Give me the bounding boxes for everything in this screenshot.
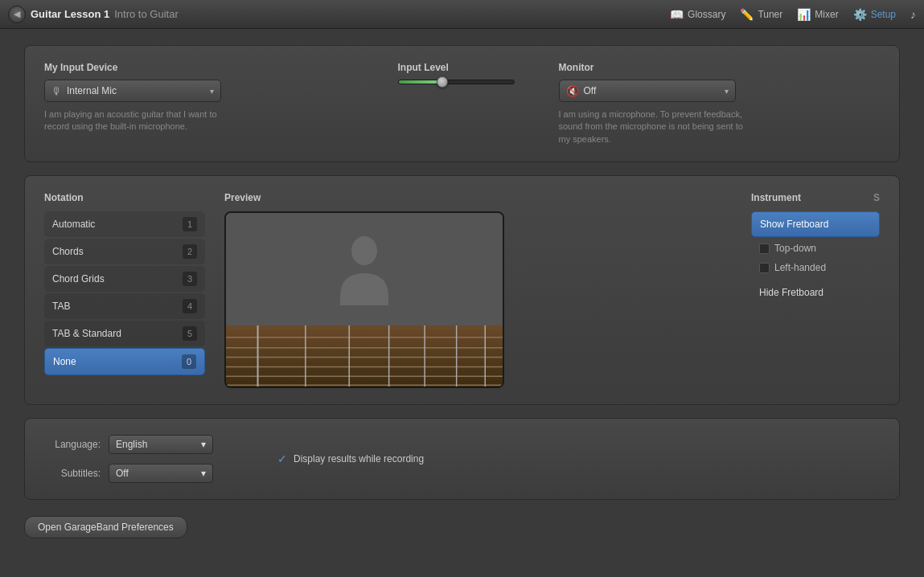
fretboard-svg [226,325,503,388]
topbar-left: ◀ Guitar Lesson 1 Intro to Guitar [8,6,670,23]
top-down-checkbox[interactable] [759,243,770,254]
hide-fretboard-button[interactable]: Hide Fretboard [751,280,880,305]
instrument-header: Instrument S [751,192,880,203]
recording-label: Display results while recording [294,453,424,464]
notation-chord-grids[interactable]: Chord Grids 3 [44,266,205,292]
bottom-settings-card: Language: English ▾ Subtitles: Off ▾ ✓ D… [24,418,900,500]
notation-automatic[interactable]: Automatic 1 [44,211,205,237]
language-row: Language: English ▾ [44,435,213,454]
input-device-desc: I am playing an acoustic guitar that I w… [44,108,221,133]
svg-point-0 [351,236,377,265]
input-device-label: My Input Device [44,62,366,73]
subtitles-value: Off [116,468,129,479]
monitor-section: Monitor 🔇 Off ▾ I am using a microphone.… [559,62,881,145]
instrument-shortcut: S [873,192,880,203]
notation-automatic-badge: 1 [183,217,197,231]
monitor-desc: I am using a microphone. To prevent feed… [559,108,752,145]
book-icon: 📖 [670,8,684,21]
notation-none[interactable]: None 0 [44,348,205,375]
hide-fretboard-label: Hide Fretboard [759,287,823,298]
nav-setup-label: Setup [871,9,896,20]
preview-top [226,213,503,325]
back-button[interactable]: ◀ [8,6,26,23]
notation-tab[interactable]: TAB 4 [44,293,205,319]
notation-list: Automatic 1 Chords 2 Chord Grids 3 TAB 4… [44,211,205,375]
slider-fill [399,80,439,84]
input-level-slider[interactable] [398,80,515,84]
subtitles-row: Subtitles: Off ▾ [44,464,213,483]
notation-chord-grids-badge: 3 [183,272,197,286]
preview-column: Preview [224,192,732,388]
nav-music[interactable]: ♪ [910,8,916,21]
notation-card: Notation Automatic 1 Chords 2 Chord Grid… [24,175,900,405]
mic-icon: 🎙 [51,85,62,97]
monitor-label: Monitor [559,62,881,73]
subtitles-select[interactable]: Off ▾ [109,464,213,483]
instrument-column: Instrument S Show Fretboard Top-down Lef… [751,192,880,388]
checkmark-icon: ✓ [277,452,287,465]
speaker-icon: 🔇 [566,85,579,97]
notation-automatic-label: Automatic [52,219,95,230]
open-garageband-prefs-button[interactable]: Open GarageBand Preferences [24,516,187,538]
language-label: Language: [44,439,101,450]
input-device-arrow: ▾ [210,87,214,96]
subtitles-label: Subtitles: [44,468,101,479]
topbar-nav: 📖 Glossary ✏️ Tuner 📊 Mixer ⚙️ Setup ♪ [670,8,916,21]
instrument-header-label: Instrument [751,192,801,203]
notation-chords[interactable]: Chords 2 [44,239,205,264]
input-level-section: Input Level [398,62,527,84]
main-content: My Input Device 🎙 Internal Mic ▾ I am pl… [0,29,924,554]
subtitles-arrow: ▾ [201,468,206,479]
nav-mixer-label: Mixer [815,9,838,20]
monitor-select[interactable]: 🔇 Off ▾ [559,80,736,102]
notation-none-badge: 0 [182,354,196,369]
language-select[interactable]: English ▾ [109,435,213,454]
notation-header: Notation [44,192,205,203]
gear-icon: ⚙️ [853,8,867,21]
input-row: My Input Device 🎙 Internal Mic ▾ I am pl… [44,62,880,145]
left-handed-checkbox[interactable] [759,263,770,273]
nav-tuner-label: Tuner [758,9,782,20]
notation-tab-label: TAB [52,301,70,312]
monitor-arrow: ▾ [725,87,729,96]
input-device-section: My Input Device 🎙 Internal Mic ▾ I am pl… [44,62,366,133]
tuner-icon: ✏️ [740,8,754,21]
preview-fretboard [226,325,503,388]
input-device-select[interactable]: 🎙 Internal Mic ▾ [44,80,221,102]
mixer-icon: 📊 [797,8,811,21]
notation-chords-label: Chords [52,246,84,257]
input-level-label: Input Level [398,62,527,73]
notation-chord-grids-label: Chord Grids [52,273,105,284]
lesson-title: Guitar Lesson 1 [31,8,109,20]
nav-setup[interactable]: ⚙️ Setup [853,8,896,21]
notation-chords-badge: 2 [183,244,197,259]
monitor-value: Off [584,85,725,96]
notation-tab-standard[interactable]: TAB & Standard 5 [44,321,205,346]
recording-option[interactable]: ✓ Display results while recording [277,452,424,465]
nav-glossary-label: Glossary [688,9,725,20]
preview-header: Preview [224,192,732,203]
notation-tab-standard-label: TAB & Standard [52,328,121,339]
nav-glossary[interactable]: 📖 Glossary [670,8,725,21]
show-fretboard-button[interactable]: Show Fretboard [751,211,880,237]
notation-column: Notation Automatic 1 Chords 2 Chord Grid… [44,192,205,388]
show-fretboard-label: Show Fretboard [760,219,828,230]
nav-tuner[interactable]: ✏️ Tuner [740,8,782,21]
settings-form: Language: English ▾ Subtitles: Off ▾ [44,435,213,483]
notation-none-label: None [53,356,76,367]
music-icon: ♪ [910,8,916,21]
left-handed-option[interactable]: Left-handed [751,258,880,277]
slider-thumb[interactable] [437,76,448,88]
left-handed-label: Left-handed [774,262,826,273]
topbar: ◀ Guitar Lesson 1 Intro to Guitar 📖 Glos… [0,0,924,29]
notation-tab-badge: 4 [183,299,197,313]
language-value: English [116,439,147,450]
input-device-value: Internal Mic [67,85,210,96]
input-device-card: My Input Device 🎙 Internal Mic ▾ I am pl… [24,45,900,162]
notation-tab-standard-badge: 5 [183,326,197,341]
lesson-subtitle: Intro to Guitar [114,8,178,20]
top-down-option[interactable]: Top-down [751,239,880,258]
nav-mixer[interactable]: 📊 Mixer [797,8,838,21]
avatar-silhouette [336,233,392,305]
preview-frame [224,211,504,388]
